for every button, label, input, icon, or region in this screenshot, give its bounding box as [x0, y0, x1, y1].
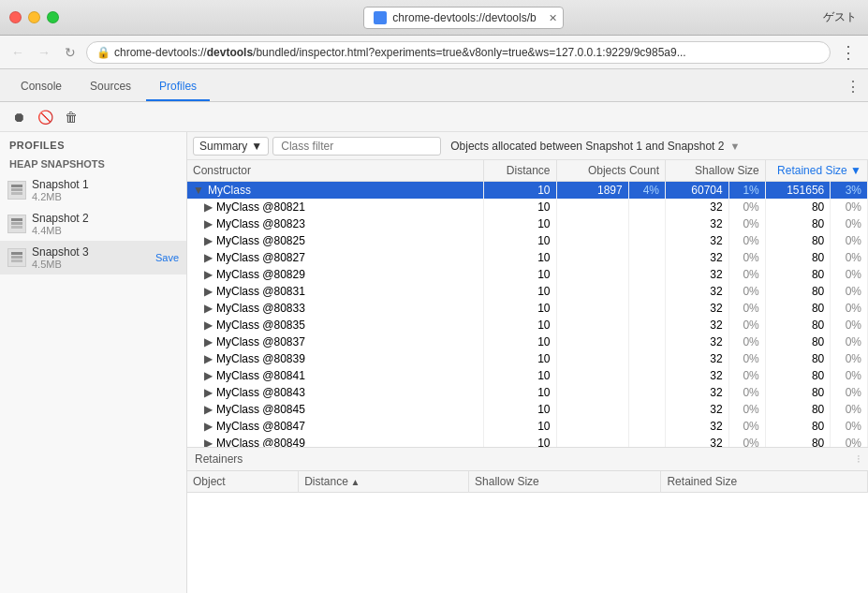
row-shallow: 32: [665, 283, 728, 300]
table-row[interactable]: ▶MyClass @80829 10 32 0% 80 0%: [187, 266, 868, 283]
tab-close-icon[interactable]: ✕: [549, 11, 557, 23]
record-button[interactable]: ⏺: [7, 106, 30, 128]
minimize-button[interactable]: [28, 11, 40, 23]
row-objects: [556, 199, 628, 215]
back-button[interactable]: ←: [7, 42, 28, 63]
table-row[interactable]: ▶MyClass @80831 10 32 0% 80 0%: [187, 283, 868, 300]
close-button[interactable]: [9, 11, 22, 23]
snapshot3-name: Snapshot 3: [32, 245, 150, 259]
tab-title: chrome-devtools://devtools/b: [392, 11, 536, 24]
row-retained: 80: [765, 199, 830, 215]
reload-button[interactable]: ↻: [60, 42, 81, 63]
snapshot-icon: [7, 181, 26, 200]
main-layout: Profiles HEAP SNAPSHOTS Snapshot 1 4.2MB: [0, 132, 868, 593]
retainers-table: Object Distance Shallow Size Retained Si…: [187, 471, 868, 493]
row-shallow: 32: [665, 266, 728, 283]
address-bar[interactable]: 🔒 chrome-devtools://devtools/bundled/ins…: [86, 41, 831, 64]
table-row[interactable]: ▶MyClass @80849 10 32 0% 80 0%: [187, 435, 868, 447]
th-shallow[interactable]: Shallow Size: [469, 471, 661, 493]
row-retained: 80: [765, 418, 830, 435]
row-retained: 80: [765, 266, 830, 283]
snapshot1-name: Snapshot 1: [32, 178, 179, 191]
th-object[interactable]: Object: [187, 471, 299, 493]
save-button[interactable]: Save: [155, 252, 179, 263]
expand-arrow-icon[interactable]: ▼: [193, 184, 204, 197]
row-retained: 80: [765, 334, 830, 350]
forward-button[interactable]: →: [34, 42, 54, 63]
stop-button[interactable]: 🚫: [34, 106, 56, 128]
sidebar-item-snapshot1[interactable]: Snapshot 1 4.2MB: [0, 173, 186, 207]
retainers-table-container[interactable]: Object Distance Shallow Size Retained Si…: [187, 471, 868, 593]
row-retained: 80: [765, 401, 830, 418]
row-retained: 80: [765, 317, 830, 334]
svg-rect-5: [11, 226, 22, 229]
table-row[interactable]: ▶MyClass @80833 10 32 0% 80 0%: [187, 300, 868, 317]
objects-dropdown-icon[interactable]: ▼: [729, 141, 740, 152]
row-distance: 10: [483, 215, 556, 232]
row-retained-pct: 0%: [831, 418, 868, 435]
class-filter-input[interactable]: [272, 137, 441, 156]
child-arrow-icon: ▶: [204, 302, 213, 315]
row-retained: 80: [765, 300, 830, 317]
tab-profiles[interactable]: Profiles: [146, 73, 210, 101]
table-row[interactable]: ▶MyClass @80837 10 32 0% 80 0%: [187, 334, 868, 350]
svg-rect-6: [11, 252, 22, 255]
tab-sources[interactable]: Sources: [77, 73, 144, 101]
tab-console[interactable]: Console: [7, 73, 75, 101]
heap-table-container[interactable]: Constructor Distance Objects Count Shall…: [187, 160, 868, 447]
row-shallow-pct: 0%: [728, 266, 765, 283]
row-objects-pct: [628, 317, 665, 334]
menu-button[interactable]: ⋮: [836, 42, 861, 63]
snapshot3-info: Snapshot 3 4.5MB: [32, 245, 150, 270]
table-row[interactable]: ▶MyClass @80823 10 32 0% 80 0%: [187, 215, 868, 232]
myclass-retained-pct: 3%: [831, 182, 868, 200]
table-row[interactable]: ▶MyClass @80841 10 32 0% 80 0%: [187, 367, 868, 384]
maximize-button[interactable]: [47, 11, 59, 23]
table-row-myclass[interactable]: ▼MyClass 10 1897 4% 60704 1% 151656 3%: [187, 182, 868, 200]
svg-rect-2: [11, 192, 22, 195]
th-retained[interactable]: Retained Size: [661, 471, 868, 493]
browser-tab[interactable]: chrome-devtools://devtools/b ✕: [363, 7, 563, 29]
sidebar-item-snapshot2[interactable]: Snapshot 2 4.4MB: [0, 207, 186, 241]
child-arrow-icon: ▶: [204, 369, 213, 382]
row-constructor: ▶MyClass @80831: [187, 283, 483, 300]
guest-label: ゲスト: [823, 9, 857, 25]
row-retained: 80: [765, 249, 830, 266]
row-objects: [556, 266, 628, 283]
more-tabs-icon[interactable]: ⋮: [846, 78, 861, 101]
svg-rect-3: [11, 218, 22, 221]
tab-bar: chrome-devtools://devtools/b ✕: [68, 7, 859, 29]
table-row[interactable]: ▶MyClass @80839 10 32 0% 80 0%: [187, 350, 868, 367]
row-objects-pct: [628, 300, 665, 317]
row-objects: [556, 435, 628, 447]
th-shallow-size[interactable]: Shallow Size: [665, 160, 765, 182]
table-row[interactable]: ▶MyClass @80843 10 32 0% 80 0%: [187, 384, 868, 401]
row-shallow: 32: [665, 350, 728, 367]
row-objects-pct: [628, 435, 665, 447]
table-row[interactable]: ▶MyClass @80845 10 32 0% 80 0%: [187, 401, 868, 418]
myclass-distance: 10: [483, 182, 556, 200]
sidebar-item-snapshot3[interactable]: Snapshot 3 4.5MB Save: [0, 241, 186, 274]
child-arrow-icon: ▶: [204, 386, 213, 399]
th-objects-count[interactable]: Objects Count: [556, 160, 665, 182]
myclass-objects-count: 1897: [556, 182, 628, 200]
table-row[interactable]: ▶MyClass @80821 10 32 0% 80 0%: [187, 199, 868, 215]
child-arrow-icon: ▶: [204, 217, 213, 230]
summary-select[interactable]: Summary ▼: [193, 137, 269, 156]
th-retained-size[interactable]: Retained Size ▼: [765, 160, 867, 182]
table-row[interactable]: ▶MyClass @80835 10 32 0% 80 0%: [187, 317, 868, 334]
table-header-row: Constructor Distance Objects Count Shall…: [187, 160, 868, 182]
table-row[interactable]: ▶MyClass @80825 10 32 0% 80 0%: [187, 232, 868, 249]
row-shallow: 32: [665, 215, 728, 232]
delete-button[interactable]: 🗑: [60, 106, 82, 128]
th-constructor[interactable]: Constructor: [187, 160, 483, 182]
row-objects-pct: [628, 215, 665, 232]
th-distance[interactable]: Distance: [483, 160, 556, 182]
grip-icon: ⁝: [857, 452, 861, 466]
table-row[interactable]: ▶MyClass @80847 10 32 0% 80 0%: [187, 418, 868, 435]
row-retained: 80: [765, 367, 830, 384]
child-arrow-icon: ▶: [204, 335, 213, 348]
heap-table: Constructor Distance Objects Count Shall…: [187, 160, 868, 447]
th-distance[interactable]: Distance: [299, 471, 469, 493]
table-row[interactable]: ▶MyClass @80827 10 32 0% 80 0%: [187, 249, 868, 266]
